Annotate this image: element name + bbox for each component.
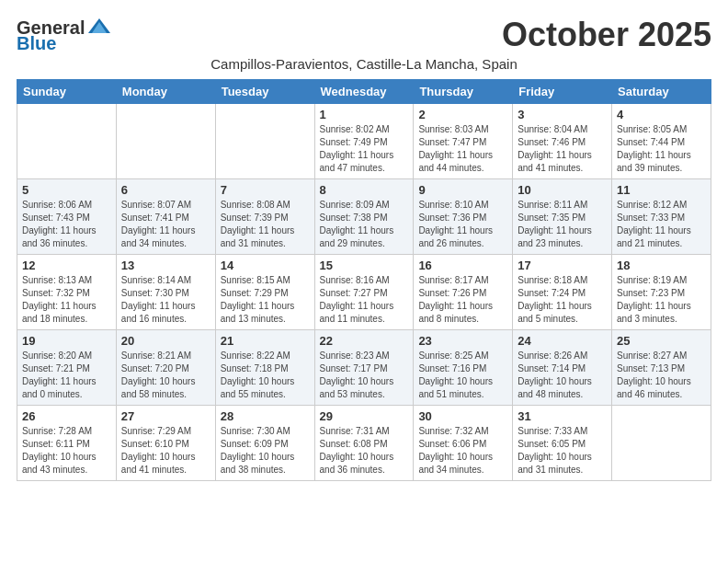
header-sunday: Sunday [17,80,117,104]
calendar-cell: 14Sunrise: 8:15 AM Sunset: 7:29 PM Dayli… [215,255,314,330]
day-info: Sunrise: 8:06 AM Sunset: 7:43 PM Dayligh… [22,199,111,250]
calendar-cell: 29Sunrise: 7:31 AM Sunset: 6:08 PM Dayli… [314,406,414,481]
day-info: Sunrise: 7:28 AM Sunset: 6:11 PM Dayligh… [22,425,111,477]
day-number: 13 [121,259,210,272]
week-row-3: 12Sunrise: 8:13 AM Sunset: 7:32 PM Dayli… [17,255,711,330]
calendar-cell: 25Sunrise: 8:27 AM Sunset: 7:13 PM Dayli… [612,330,711,406]
header-monday: Monday [116,80,215,104]
week-row-4: 19Sunrise: 8:20 AM Sunset: 7:21 PM Dayli… [17,330,711,406]
calendar-cell: 28Sunrise: 7:30 AM Sunset: 6:09 PM Dayli… [215,406,314,481]
day-number: 7 [221,183,310,197]
day-number: 3 [518,108,607,121]
day-info: Sunrise: 8:09 AM Sunset: 7:38 PM Dayligh… [320,199,409,250]
day-number: 29 [320,409,409,423]
day-info: Sunrise: 7:29 AM Sunset: 6:10 PM Dayligh… [121,425,210,477]
calendar-cell: 27Sunrise: 7:29 AM Sunset: 6:10 PM Dayli… [116,406,215,481]
header-friday: Friday [513,80,612,104]
day-number: 16 [418,259,507,272]
day-number: 9 [418,183,507,197]
calendar-cell: 9Sunrise: 8:10 AM Sunset: 7:36 PM Daylig… [414,179,513,255]
day-info: Sunrise: 8:14 AM Sunset: 7:30 PM Dayligh… [121,274,210,326]
day-number: 14 [221,259,310,272]
day-number: 10 [518,183,607,197]
calendar-cell: 30Sunrise: 7:32 AM Sunset: 6:06 PM Dayli… [414,406,513,481]
day-number: 12 [22,259,111,272]
day-number: 24 [518,334,607,348]
day-number: 4 [617,108,706,121]
header-tuesday: Tuesday [215,80,314,104]
calendar-cell: 15Sunrise: 8:16 AM Sunset: 7:27 PM Dayli… [314,255,414,330]
day-info: Sunrise: 8:27 AM Sunset: 7:13 PM Dayligh… [617,350,706,401]
week-row-1: 1Sunrise: 8:02 AM Sunset: 7:49 PM Daylig… [17,104,711,179]
calendar-cell: 26Sunrise: 7:28 AM Sunset: 6:11 PM Dayli… [17,406,117,481]
day-number: 22 [320,334,409,348]
calendar-cell: 31Sunrise: 7:33 AM Sunset: 6:05 PM Dayli… [513,406,612,481]
header-wednesday: Wednesday [314,80,414,104]
calendar-cell [215,104,314,179]
day-number: 6 [121,183,210,197]
day-info: Sunrise: 7:33 AM Sunset: 6:05 PM Dayligh… [518,425,607,477]
calendar-cell: 21Sunrise: 8:22 AM Sunset: 7:18 PM Dayli… [215,330,314,406]
day-info: Sunrise: 8:16 AM Sunset: 7:27 PM Dayligh… [320,274,409,326]
day-info: Sunrise: 8:20 AM Sunset: 7:21 PM Dayligh… [22,350,111,401]
day-info: Sunrise: 7:31 AM Sunset: 6:08 PM Dayligh… [320,425,409,477]
day-number: 25 [617,334,706,348]
day-info: Sunrise: 8:18 AM Sunset: 7:24 PM Dayligh… [518,274,607,326]
day-number: 23 [418,334,507,348]
day-info: Sunrise: 8:21 AM Sunset: 7:20 PM Dayligh… [121,350,210,401]
day-info: Sunrise: 8:11 AM Sunset: 7:35 PM Dayligh… [518,199,607,250]
calendar-cell: 17Sunrise: 8:18 AM Sunset: 7:24 PM Dayli… [513,255,612,330]
calendar-cell: 12Sunrise: 8:13 AM Sunset: 7:32 PM Dayli… [17,255,117,330]
day-info: Sunrise: 7:30 AM Sunset: 6:09 PM Dayligh… [221,425,310,477]
day-info: Sunrise: 8:22 AM Sunset: 7:18 PM Dayligh… [221,350,310,401]
day-number: 18 [617,259,706,272]
calendar-cell: 20Sunrise: 8:21 AM Sunset: 7:20 PM Dayli… [116,330,215,406]
calendar-cell: 16Sunrise: 8:17 AM Sunset: 7:26 PM Dayli… [414,255,513,330]
logo-blue-text: Blue [17,33,56,54]
day-info: Sunrise: 8:17 AM Sunset: 7:26 PM Dayligh… [418,274,507,326]
day-number: 17 [518,259,607,272]
calendar-cell: 10Sunrise: 8:11 AM Sunset: 7:35 PM Dayli… [513,179,612,255]
day-number: 21 [221,334,310,348]
day-number: 1 [320,108,409,121]
location-title: Campillos-Paravientos, Castille-La Manch… [17,56,711,72]
day-info: Sunrise: 8:08 AM Sunset: 7:39 PM Dayligh… [221,199,310,250]
day-number: 26 [22,409,111,423]
logo-icon [86,17,112,37]
calendar-cell: 1Sunrise: 8:02 AM Sunset: 7:49 PM Daylig… [314,104,414,179]
logo-area: General Blue [17,17,112,54]
calendar-cell: 23Sunrise: 8:25 AM Sunset: 7:16 PM Dayli… [414,330,513,406]
day-info: Sunrise: 8:05 AM Sunset: 7:44 PM Dayligh… [617,123,706,175]
calendar-cell [17,104,117,179]
day-info: Sunrise: 8:10 AM Sunset: 7:36 PM Dayligh… [418,199,507,250]
day-number: 20 [121,334,210,348]
calendar-cell: 13Sunrise: 8:14 AM Sunset: 7:30 PM Dayli… [116,255,215,330]
day-info: Sunrise: 8:02 AM Sunset: 7:49 PM Dayligh… [320,123,409,175]
day-info: Sunrise: 8:15 AM Sunset: 7:29 PM Dayligh… [221,274,310,326]
day-number: 27 [121,409,210,423]
header-thursday: Thursday [414,80,513,104]
calendar-cell: 24Sunrise: 8:26 AM Sunset: 7:14 PM Dayli… [513,330,612,406]
calendar-cell: 2Sunrise: 8:03 AM Sunset: 7:47 PM Daylig… [414,104,513,179]
calendar-cell: 5Sunrise: 8:06 AM Sunset: 7:43 PM Daylig… [17,179,117,255]
day-info: Sunrise: 8:03 AM Sunset: 7:47 PM Dayligh… [418,123,507,175]
week-row-2: 5Sunrise: 8:06 AM Sunset: 7:43 PM Daylig… [17,179,711,255]
day-number: 2 [418,108,507,121]
calendar-cell [612,406,711,481]
calendar-cell: 8Sunrise: 8:09 AM Sunset: 7:38 PM Daylig… [314,179,414,255]
calendar-cell: 3Sunrise: 8:04 AM Sunset: 7:46 PM Daylig… [513,104,612,179]
calendar-cell: 7Sunrise: 8:08 AM Sunset: 7:39 PM Daylig… [215,179,314,255]
day-number: 28 [221,409,310,423]
day-info: Sunrise: 8:07 AM Sunset: 7:41 PM Dayligh… [121,199,210,250]
month-title: October 2025 [502,17,711,53]
day-number: 8 [320,183,409,197]
day-info: Sunrise: 7:32 AM Sunset: 6:06 PM Dayligh… [418,425,507,477]
calendar-page: General Blue October 2025 Campillos-Para… [0,0,728,498]
day-number: 11 [617,183,706,197]
calendar-cell: 4Sunrise: 8:05 AM Sunset: 7:44 PM Daylig… [612,104,711,179]
header: General Blue October 2025 [17,17,711,54]
day-info: Sunrise: 8:12 AM Sunset: 7:33 PM Dayligh… [617,199,706,250]
header-saturday: Saturday [612,80,711,104]
day-number: 31 [518,409,607,423]
day-info: Sunrise: 8:25 AM Sunset: 7:16 PM Dayligh… [418,350,507,401]
